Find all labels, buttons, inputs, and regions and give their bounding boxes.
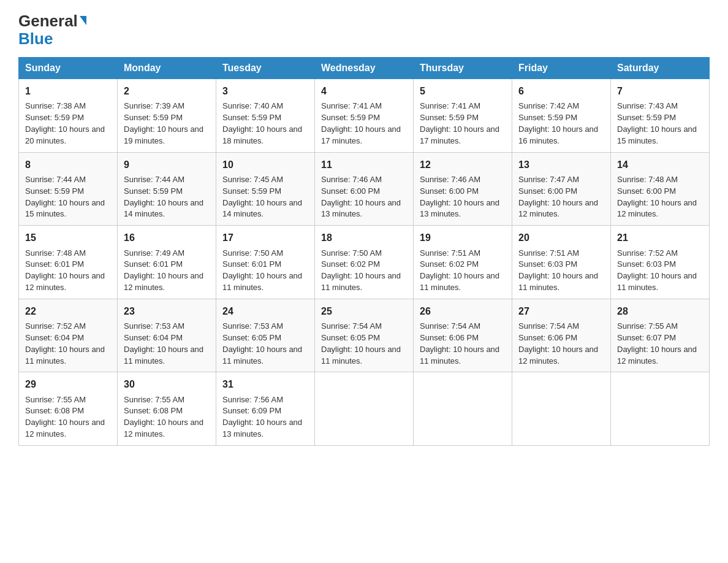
calendar-day-18: 18Sunrise: 7:50 AMSunset: 6:02 PMDayligh… — [315, 226, 414, 299]
day-sunrise: Sunrise: 7:46 AM — [420, 175, 480, 184]
logo-triangle-icon — [80, 16, 86, 25]
day-number: 6 — [518, 84, 604, 98]
day-number: 14 — [617, 158, 703, 172]
day-sunset: Sunset: 5:59 PM — [124, 113, 183, 122]
day-number: 13 — [518, 158, 604, 172]
calendar-day-14: 14Sunrise: 7:48 AMSunset: 6:00 PMDayligh… — [611, 152, 710, 226]
day-number: 12 — [420, 158, 506, 172]
day-daylight: Daylight: 10 hours and 11 minutes. — [25, 345, 105, 366]
calendar-week-3: 15Sunrise: 7:48 AMSunset: 6:01 PMDayligh… — [19, 226, 710, 299]
day-sunrise: Sunrise: 7:44 AM — [25, 175, 86, 184]
day-sunset: Sunset: 6:02 PM — [321, 259, 380, 269]
day-sunrise: Sunrise: 7:39 AM — [124, 101, 184, 110]
day-number: 27 — [518, 304, 604, 318]
day-sunset: Sunset: 6:08 PM — [124, 406, 183, 415]
day-sunrise: Sunrise: 7:51 AM — [518, 248, 579, 258]
calendar-week-1: 1Sunrise: 7:38 AMSunset: 5:59 PMDaylight… — [19, 79, 710, 153]
day-sunset: Sunset: 5:59 PM — [222, 113, 281, 122]
day-sunrise: Sunrise: 7:56 AM — [222, 395, 283, 404]
day-sunrise: Sunrise: 7:52 AM — [25, 321, 86, 331]
day-sunset: Sunset: 6:00 PM — [321, 186, 380, 196]
day-daylight: Daylight: 10 hours and 19 minutes. — [124, 124, 203, 145]
calendar-week-4: 22Sunrise: 7:52 AMSunset: 6:04 PMDayligh… — [19, 299, 710, 372]
day-daylight: Daylight: 10 hours and 12 minutes. — [518, 345, 598, 366]
day-sunset: Sunset: 5:59 PM — [124, 186, 183, 196]
day-sunset: Sunset: 6:01 PM — [222, 259, 281, 269]
day-number: 24 — [222, 304, 308, 318]
calendar-day-31: 31Sunrise: 7:56 AMSunset: 6:09 PMDayligh… — [216, 372, 315, 446]
day-sunset: Sunset: 6:05 PM — [321, 333, 380, 342]
day-number: 30 — [124, 377, 210, 391]
day-sunset: Sunset: 6:08 PM — [25, 406, 84, 415]
calendar-day-5: 5Sunrise: 7:41 AMSunset: 5:59 PMDaylight… — [414, 79, 512, 153]
day-sunrise: Sunrise: 7:54 AM — [518, 321, 579, 331]
day-number: 4 — [321, 84, 407, 98]
day-sunrise: Sunrise: 7:48 AM — [25, 248, 86, 258]
day-number: 26 — [420, 304, 506, 318]
day-daylight: Daylight: 10 hours and 12 minutes. — [518, 198, 598, 219]
day-sunset: Sunset: 5:59 PM — [617, 113, 676, 122]
day-number: 21 — [617, 231, 703, 245]
day-number: 22 — [25, 304, 111, 318]
day-sunrise: Sunrise: 7:49 AM — [124, 248, 184, 258]
day-number: 15 — [25, 231, 111, 245]
day-number: 11 — [321, 158, 407, 172]
calendar-day-10: 10Sunrise: 7:45 AMSunset: 5:59 PMDayligh… — [216, 152, 315, 226]
calendar-empty — [414, 372, 512, 446]
logo: General Blue — [18, 12, 86, 47]
day-daylight: Daylight: 10 hours and 11 minutes. — [222, 345, 302, 366]
day-sunset: Sunset: 6:00 PM — [617, 186, 676, 196]
day-sunrise: Sunrise: 7:53 AM — [222, 321, 283, 331]
calendar-day-8: 8Sunrise: 7:44 AMSunset: 5:59 PMDaylight… — [19, 152, 118, 226]
day-number: 9 — [124, 158, 210, 172]
day-number: 16 — [124, 231, 210, 245]
day-sunrise: Sunrise: 7:53 AM — [124, 321, 184, 331]
day-sunset: Sunset: 6:00 PM — [420, 186, 479, 196]
header-monday: Monday — [118, 58, 216, 79]
day-sunrise: Sunrise: 7:45 AM — [222, 175, 283, 184]
day-daylight: Daylight: 10 hours and 17 minutes. — [420, 124, 499, 145]
day-daylight: Daylight: 10 hours and 13 minutes. — [420, 198, 499, 219]
calendar-empty — [512, 372, 611, 446]
day-daylight: Daylight: 10 hours and 14 minutes. — [222, 198, 302, 219]
day-sunrise: Sunrise: 7:50 AM — [321, 248, 382, 258]
calendar-table: SundayMondayTuesdayWednesdayThursdayFrid… — [18, 57, 710, 446]
day-sunset: Sunset: 6:02 PM — [420, 259, 479, 269]
calendar-week-2: 8Sunrise: 7:44 AMSunset: 5:59 PMDaylight… — [19, 152, 710, 226]
header-thursday: Thursday — [414, 58, 512, 79]
header-sunday: Sunday — [19, 58, 118, 79]
day-number: 23 — [124, 304, 210, 318]
day-sunrise: Sunrise: 7:48 AM — [617, 175, 678, 184]
day-sunrise: Sunrise: 7:41 AM — [420, 101, 480, 110]
day-number: 20 — [518, 231, 604, 245]
day-number: 10 — [222, 158, 308, 172]
day-sunrise: Sunrise: 7:51 AM — [420, 248, 480, 258]
calendar-day-17: 17Sunrise: 7:50 AMSunset: 6:01 PMDayligh… — [216, 226, 315, 299]
day-daylight: Daylight: 10 hours and 12 minutes. — [25, 418, 105, 439]
day-daylight: Daylight: 10 hours and 11 minutes. — [420, 345, 499, 366]
calendar-header-row: SundayMondayTuesdayWednesdayThursdayFrid… — [19, 58, 710, 79]
day-sunrise: Sunrise: 7:46 AM — [321, 175, 382, 184]
day-sunrise: Sunrise: 7:40 AM — [222, 101, 283, 110]
calendar-day-29: 29Sunrise: 7:55 AMSunset: 6:08 PMDayligh… — [19, 372, 118, 446]
day-sunset: Sunset: 6:09 PM — [222, 406, 281, 415]
day-sunrise: Sunrise: 7:44 AM — [124, 175, 184, 184]
calendar-day-20: 20Sunrise: 7:51 AMSunset: 6:03 PMDayligh… — [512, 226, 611, 299]
day-number: 31 — [222, 377, 308, 391]
calendar-day-13: 13Sunrise: 7:47 AMSunset: 6:00 PMDayligh… — [512, 152, 611, 226]
calendar-day-11: 11Sunrise: 7:46 AMSunset: 6:00 PMDayligh… — [315, 152, 414, 226]
day-sunrise: Sunrise: 7:54 AM — [321, 321, 382, 331]
day-daylight: Daylight: 10 hours and 16 minutes. — [518, 124, 598, 145]
day-sunset: Sunset: 6:05 PM — [222, 333, 281, 342]
day-sunset: Sunset: 6:03 PM — [518, 259, 577, 269]
day-sunset: Sunset: 5:59 PM — [321, 113, 380, 122]
day-daylight: Daylight: 10 hours and 14 minutes. — [124, 198, 203, 219]
day-sunset: Sunset: 6:01 PM — [124, 259, 183, 269]
calendar-week-5: 29Sunrise: 7:55 AMSunset: 6:08 PMDayligh… — [19, 372, 710, 446]
calendar-day-4: 4Sunrise: 7:41 AMSunset: 5:59 PMDaylight… — [315, 79, 414, 153]
day-daylight: Daylight: 10 hours and 12 minutes. — [617, 198, 697, 219]
day-number: 19 — [420, 231, 506, 245]
day-number: 8 — [25, 158, 111, 172]
calendar-day-16: 16Sunrise: 7:49 AMSunset: 6:01 PMDayligh… — [118, 226, 216, 299]
day-sunset: Sunset: 6:00 PM — [518, 186, 577, 196]
